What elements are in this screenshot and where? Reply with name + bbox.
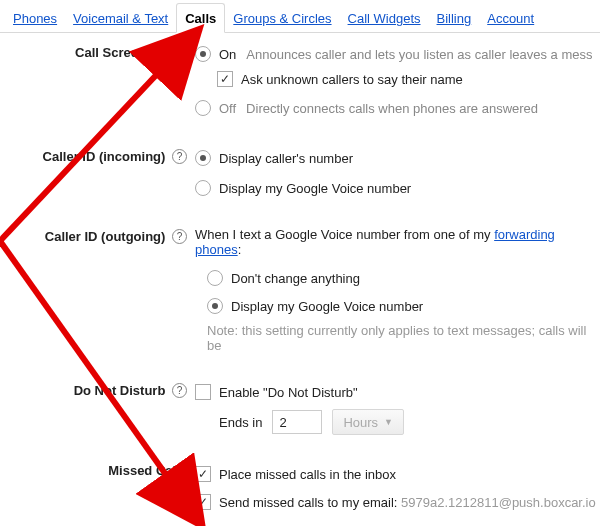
dnd-enable-checkbox[interactable] — [195, 384, 211, 400]
screening-on-radio[interactable] — [195, 46, 211, 62]
help-icon[interactable]: ? — [172, 229, 187, 244]
tab-billing[interactable]: Billing — [429, 4, 480, 32]
cid-in-gv-radio[interactable] — [195, 180, 211, 196]
screening-on-desc: Announces caller and lets you listen as … — [246, 47, 592, 62]
tab-widgets[interactable]: Call Widgets — [340, 4, 429, 32]
ask-unknown-label: Ask unknown callers to say their name — [241, 72, 463, 87]
help-icon[interactable]: ? — [172, 383, 187, 398]
missed-calls-label: Missed Calls — [108, 463, 187, 478]
screening-off-label: Off — [219, 101, 236, 116]
cid-in-caller-label: Display caller's number — [219, 151, 353, 166]
tab-groups[interactable]: Groups & Circles — [225, 4, 339, 32]
tab-bar: Phones Voicemail & Text Calls Groups & C… — [0, 0, 600, 33]
cid-out-gv-radio[interactable] — [207, 298, 223, 314]
missed-inbox-checkbox[interactable] — [195, 466, 211, 482]
cid-out-keep-label: Don't change anything — [231, 271, 360, 286]
cid-in-caller-radio[interactable] — [195, 150, 211, 166]
cid-in-gv-label: Display my Google Voice number — [219, 181, 411, 196]
help-icon[interactable]: ? — [172, 45, 187, 60]
dnd-enable-label: Enable "Do Not Disturb" — [219, 385, 358, 400]
cid-out-suffix: : — [238, 242, 242, 257]
tab-voicemail[interactable]: Voicemail & Text — [65, 4, 176, 32]
cid-out-keep-radio[interactable] — [207, 270, 223, 286]
screening-on-label: On — [219, 47, 236, 62]
tab-calls[interactable]: Calls — [176, 3, 225, 33]
missed-inbox-label: Place missed calls in the inbox — [219, 467, 396, 482]
dnd-ends-in-label: Ends in — [219, 415, 262, 430]
dnd-hours-input[interactable]: 2 — [272, 410, 322, 434]
cid-out-note: Note: this setting currently only applie… — [207, 323, 600, 353]
screening-off-radio[interactable] — [195, 100, 211, 116]
cid-out-prefix: When I text a Google Voice number from o… — [195, 227, 494, 242]
missed-email-checkbox[interactable] — [195, 494, 211, 510]
tab-account[interactable]: Account — [479, 4, 542, 32]
cid-out-label: Caller ID (outgoing) — [45, 229, 166, 244]
ask-unknown-checkbox[interactable] — [217, 71, 233, 87]
dnd-label: Do Not Disturb — [74, 383, 166, 398]
dnd-unit-dropdown[interactable]: Hours ▼ — [332, 409, 404, 435]
cid-in-label: Caller ID (incoming) — [43, 149, 166, 164]
dnd-unit-label: Hours — [343, 415, 378, 430]
cid-out-gv-label: Display my Google Voice number — [231, 299, 423, 314]
call-screening-label: Call Screening — [75, 45, 165, 60]
help-icon[interactable]: ? — [172, 149, 187, 164]
missed-email-address: 5979a2.1212811@push.boxcar.io — [401, 495, 596, 510]
chevron-down-icon: ▼ — [384, 417, 393, 427]
tab-phones[interactable]: Phones — [5, 4, 65, 32]
missed-email-label: Send missed calls to my email: — [219, 495, 401, 510]
screening-off-desc: Directly connects calls when phones are … — [246, 101, 538, 116]
